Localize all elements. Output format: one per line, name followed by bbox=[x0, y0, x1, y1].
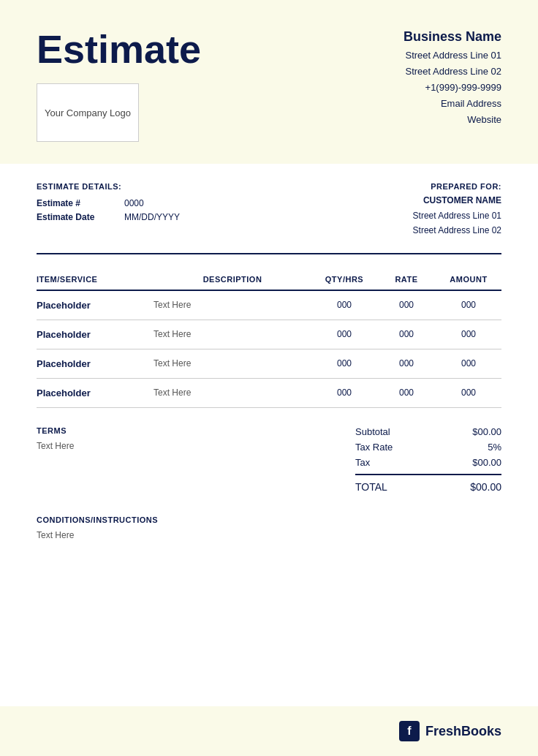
tax-rate-row: Tax Rate 5% bbox=[355, 442, 501, 453]
table-header: ITEM/SERVICE DESCRIPTION QTY/HRS RATE AM… bbox=[37, 269, 501, 291]
total-row: TOTAL $00.00 bbox=[355, 481, 501, 493]
subtotal-row: Subtotal $00.00 bbox=[355, 426, 501, 437]
row1-rate: 000 bbox=[377, 300, 436, 310]
estimate-details: ESTIMATE DETAILS: Estimate # 0000 Estima… bbox=[37, 182, 180, 226]
header: Estimate Your Company Logo Business Name… bbox=[0, 0, 538, 164]
col-header-amount: AMOUNT bbox=[436, 275, 501, 284]
customer-name: CUSTOMER NAME bbox=[413, 195, 501, 205]
row2-amount: 000 bbox=[436, 329, 501, 339]
row4-amount: 000 bbox=[436, 388, 501, 398]
tax-rate-value: 5% bbox=[488, 442, 501, 453]
row3-item: Placeholder bbox=[37, 358, 154, 369]
col-header-item: ITEM/SERVICE bbox=[37, 275, 154, 284]
col-header-description: DESCRIPTION bbox=[154, 275, 311, 284]
row3-rate: 000 bbox=[377, 358, 436, 368]
business-phone: +1(999)-999-9999 bbox=[404, 80, 501, 96]
business-info: Business Name Street Address Line 01 Str… bbox=[404, 29, 501, 128]
conditions-label: CONDITIONS/INSTRUCTIONS bbox=[37, 515, 501, 524]
company-logo: Your Company Logo bbox=[37, 83, 139, 142]
estimate-details-label: ESTIMATE DETAILS: bbox=[37, 182, 180, 191]
estimate-date-value: MM/DD/YYYY bbox=[124, 212, 180, 222]
total-label: TOTAL bbox=[355, 481, 387, 493]
row3-amount: 000 bbox=[436, 358, 501, 368]
col-header-qty: QTY/HRS bbox=[311, 275, 377, 284]
tax-label: Tax bbox=[355, 457, 370, 468]
row4-qty: 000 bbox=[311, 388, 377, 398]
total-value: $00.00 bbox=[470, 481, 501, 493]
business-name: Business Name bbox=[404, 29, 501, 45]
customer-address1: Street Address Line 01 bbox=[413, 208, 501, 223]
row1-item: Placeholder bbox=[37, 300, 154, 311]
business-email: Email Address bbox=[404, 96, 501, 112]
freshbooks-letter: f bbox=[407, 725, 411, 738]
row4-rate: 000 bbox=[377, 388, 436, 398]
tax-row: Tax $00.00 bbox=[355, 457, 501, 468]
customer-address2: Street Address Line 02 bbox=[413, 223, 501, 238]
row2-rate: 000 bbox=[377, 329, 436, 339]
terms-block: TERMS Text Here bbox=[37, 426, 74, 451]
totals-divider bbox=[355, 474, 501, 475]
table-section: ITEM/SERVICE DESCRIPTION QTY/HRS RATE AM… bbox=[0, 254, 538, 408]
row3-qty: 000 bbox=[311, 358, 377, 368]
conditions-section: CONDITIONS/INSTRUCTIONS Text Here bbox=[0, 512, 538, 562]
row4-desc: Text Here bbox=[154, 388, 311, 398]
row1-qty: 000 bbox=[311, 300, 377, 310]
totals-terms-section: TERMS Text Here Subtotal $00.00 Tax Rate… bbox=[0, 408, 538, 512]
footer: f FreshBooks bbox=[0, 706, 538, 756]
terms-label: TERMS bbox=[37, 426, 74, 435]
freshbooks-icon: f bbox=[399, 721, 420, 741]
row2-item: Placeholder bbox=[37, 329, 154, 340]
row2-desc: Text Here bbox=[154, 329, 311, 339]
tax-rate-label: Tax Rate bbox=[355, 442, 393, 453]
subtotal-value: $00.00 bbox=[472, 426, 501, 437]
terms-text: Text Here bbox=[37, 441, 74, 451]
estimate-date-label: Estimate Date bbox=[37, 212, 110, 222]
business-address1: Street Address Line 01 bbox=[404, 48, 501, 64]
estimate-number-row: Estimate # 0000 bbox=[37, 198, 180, 208]
row4-item: Placeholder bbox=[37, 388, 154, 398]
row1-desc: Text Here bbox=[154, 300, 311, 310]
estimate-number-value: 0000 bbox=[124, 198, 144, 208]
business-website: Website bbox=[404, 112, 501, 128]
col-header-rate: RATE bbox=[377, 275, 436, 284]
table-row: Placeholder Text Here 000 000 000 bbox=[37, 291, 501, 320]
table-row: Placeholder Text Here 000 000 000 bbox=[37, 349, 501, 379]
estimate-title: Estimate bbox=[37, 29, 201, 69]
table-row: Placeholder Text Here 000 000 000 bbox=[37, 320, 501, 349]
totals-block: Subtotal $00.00 Tax Rate 5% Tax $00.00 T… bbox=[355, 426, 501, 497]
freshbooks-brand-name: FreshBooks bbox=[425, 724, 501, 739]
estimate-date-row: Estimate Date MM/DD/YYYY bbox=[37, 212, 180, 222]
row2-qty: 000 bbox=[311, 329, 377, 339]
subtotal-label: Subtotal bbox=[355, 426, 390, 437]
estimate-number-label: Estimate # bbox=[37, 198, 110, 208]
conditions-text: Text Here bbox=[37, 530, 501, 540]
table-row: Placeholder Text Here 000 000 000 bbox=[37, 379, 501, 408]
row1-amount: 000 bbox=[436, 300, 501, 310]
header-left: Estimate Your Company Logo bbox=[37, 29, 201, 142]
tax-value: $00.00 bbox=[472, 457, 501, 468]
freshbooks-logo: f FreshBooks bbox=[399, 721, 501, 741]
business-address2: Street Address Line 02 bbox=[404, 64, 501, 80]
prepared-for-label: PREPARED FOR: bbox=[413, 182, 501, 191]
row3-desc: Text Here bbox=[154, 358, 311, 368]
prepared-for: PREPARED FOR: CUSTOMER NAME Street Addre… bbox=[413, 182, 501, 238]
details-section: ESTIMATE DETAILS: Estimate # 0000 Estima… bbox=[0, 164, 538, 253]
